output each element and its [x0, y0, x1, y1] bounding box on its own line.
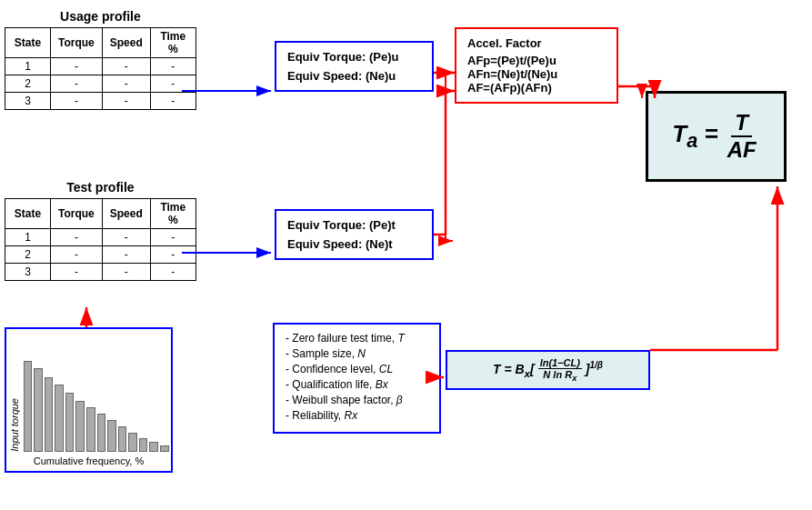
- ta-denominator: AF: [724, 137, 760, 163]
- info-item: - Weibull shape factor, β: [286, 394, 428, 406]
- test-col-time: Time%: [150, 199, 195, 229]
- accel-line3: AFn=(Ne)t/(Ne)u: [467, 67, 606, 81]
- equiv-box-top: Equiv Torque: (Pe)u Equiv Speed: (Ne)u: [275, 41, 434, 92]
- usage-profile-title: Usage profile: [5, 9, 196, 24]
- accel-line4: AF=(AFp)(AFn): [467, 81, 606, 95]
- histogram-bar: [128, 433, 137, 452]
- table-row: 2 - - -: [5, 246, 196, 264]
- histogram-bar: [97, 414, 106, 452]
- accel-line1: Accel. Factor: [467, 36, 606, 50]
- histogram-bar: [139, 438, 148, 452]
- histogram-bar: [118, 426, 127, 452]
- table-row: 3 - - -: [5, 264, 196, 281]
- accel-line2: AFp=(Pe)t/(Pe)u: [467, 54, 606, 67]
- main-container: Usage profile State Torque Speed Time% 1…: [0, 0, 812, 510]
- histogram-bar: [34, 368, 43, 452]
- histogram-bar: [86, 407, 95, 452]
- table-row: 2 - - -: [5, 75, 196, 93]
- test-col-speed: Speed: [102, 199, 150, 229]
- equiv-mid-line1: Equiv Torque: (Pe)t: [287, 218, 421, 232]
- histogram-bar: [75, 401, 85, 452]
- equiv-mid-line2: Equiv Speed: (Ne)t: [287, 237, 421, 251]
- accel-factor-box: Accel. Factor AFp=(Pe)t/(Pe)u AFn=(Ne)t/…: [455, 27, 618, 104]
- info-item: - Qualification life, Bx: [286, 378, 428, 391]
- info-box: - Zero failure test time, T - Sample siz…: [273, 323, 441, 434]
- histogram-x-label: Cumulative frequency, %: [34, 455, 144, 466]
- histogram-y-label: Input torque: [9, 398, 20, 452]
- equiv-top-line1: Equiv Torque: (Pe)u: [287, 50, 421, 64]
- table-row: 1 - - -: [5, 58, 196, 75]
- equiv-box-mid: Equiv Torque: (Pe)t Equiv Speed: (Ne)t: [275, 209, 434, 260]
- test-col-state: State: [5, 199, 51, 229]
- ta-numerator: T: [731, 110, 752, 137]
- table-row: 1 - - -: [5, 229, 196, 246]
- usage-col-state: State: [5, 28, 51, 58]
- info-item: - Reliability, Rx: [286, 409, 428, 422]
- histogram-bar: [55, 385, 64, 452]
- formula-text: T = Bx[ ln(1−CL) N ln Rx ]1/β: [493, 362, 603, 376]
- test-profile-section: Test profile State Torque Speed Time% 1 …: [5, 180, 196, 281]
- ta-box: Ta = T AF: [646, 91, 787, 182]
- table-row: 3 - - -: [5, 93, 196, 110]
- usage-col-time: Time%: [150, 28, 195, 58]
- info-item: - Zero failure test time, T: [286, 332, 428, 345]
- test-col-torque: Torque: [51, 199, 103, 229]
- histogram-bar: [107, 420, 116, 452]
- usage-col-speed: Speed: [102, 28, 150, 58]
- equiv-top-line2: Equiv Speed: (Ne)u: [287, 69, 421, 83]
- ta-label: Ta =: [672, 120, 717, 153]
- usage-col-torque: Torque: [51, 28, 103, 58]
- histogram-bar: [65, 393, 75, 452]
- test-profile-title: Test profile: [5, 180, 196, 195]
- bars-container: [24, 347, 169, 452]
- histogram-box: Input torque Cumulative frequency, %: [5, 327, 173, 473]
- histogram-bar: [160, 445, 169, 452]
- info-item: - Sample size, N: [286, 347, 428, 360]
- formula-box: T = Bx[ ln(1−CL) N ln Rx ]1/β: [446, 350, 650, 390]
- usage-profile-table: State Torque Speed Time% 1 - - - 2 - - -: [5, 27, 196, 110]
- histogram-bar: [45, 377, 54, 452]
- test-profile-table: State Torque Speed Time% 1 - - - 2 - - -: [5, 198, 196, 281]
- ta-fraction: T AF: [724, 110, 760, 163]
- histogram-bar: [149, 442, 158, 452]
- info-item: - Confidence level, CL: [286, 363, 428, 375]
- usage-profile-section: Usage profile State Torque Speed Time% 1…: [5, 9, 196, 110]
- histogram-bar: [24, 361, 33, 452]
